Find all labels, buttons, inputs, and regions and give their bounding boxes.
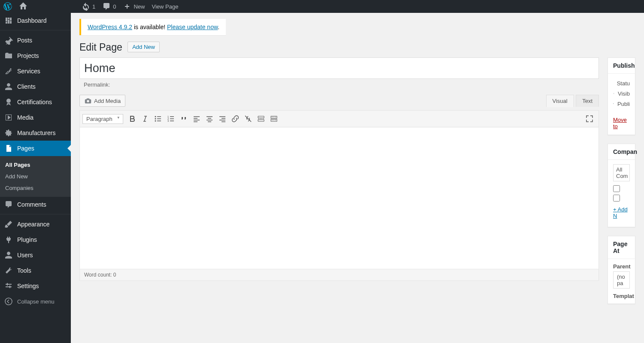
add-new-button[interactable]: Add New: [128, 42, 160, 52]
updates-link[interactable]: 1: [78, 0, 99, 13]
company-checkbox[interactable]: [613, 195, 620, 202]
new-content-menu[interactable]: New: [119, 0, 148, 13]
site-home-link[interactable]: [15, 0, 31, 13]
published-row: Publi: [613, 99, 630, 109]
svg-point-3: [155, 120, 156, 122]
toolbar-toggle-button[interactable]: [267, 112, 280, 125]
main-content: WordPress 4.9.2 is available! Please upd…: [71, 13, 644, 313]
admin-sidebar: Dashboard Posts Projects Services Client…: [0, 13, 71, 313]
companies-tab-all[interactable]: All Com: [613, 164, 630, 181]
wordpress-icon: [3, 2, 12, 11]
unlink-button[interactable]: [242, 112, 255, 125]
submenu-add-new[interactable]: Add New: [0, 171, 71, 182]
submenu-companies[interactable]: Companies: [0, 182, 71, 194]
sidebar-item-projects[interactable]: Projects: [0, 48, 71, 63]
read-more-button[interactable]: [255, 112, 267, 125]
add-media-label: Add Media: [94, 98, 121, 104]
sidebar-item-label: Tools: [17, 267, 31, 274]
sidebar-item-plugins[interactable]: Plugins: [0, 232, 71, 247]
view-page-link[interactable]: View Page: [148, 0, 182, 13]
media-icon: [4, 113, 13, 122]
blockquote-button[interactable]: [177, 112, 190, 125]
wp-logo-menu[interactable]: [0, 0, 15, 13]
collapse-menu-button[interactable]: Collapse menu: [0, 294, 71, 309]
sidebar-item-tools[interactable]: Tools: [0, 263, 71, 278]
wp-version-link[interactable]: WordPress 4.9.2: [88, 24, 132, 30]
svg-point-2: [155, 118, 156, 120]
add-new-company-link[interactable]: + Add N: [613, 203, 630, 223]
update-now-link[interactable]: Please update now: [167, 24, 218, 30]
sidebar-item-clients[interactable]: Clients: [0, 79, 71, 94]
comment-icon: [102, 2, 111, 11]
sidebar-submenu-pages: All Pages Add New Companies: [0, 156, 71, 197]
key-icon: [613, 80, 614, 87]
comments-link[interactable]: 0: [99, 0, 119, 13]
align-left-button[interactable]: [190, 112, 203, 125]
parent-label: Parent: [613, 263, 630, 270]
sidebar-item-appearance[interactable]: Appearance: [0, 217, 71, 232]
company-option[interactable]: [613, 184, 630, 193]
plus-icon: [123, 2, 131, 11]
move-to-trash-link[interactable]: Move to: [608, 113, 635, 135]
svg-text:3: 3: [167, 120, 169, 122]
editor-tabs: Visual Text: [546, 95, 599, 107]
view-page-label: View Page: [152, 3, 178, 10]
home-icon: [19, 2, 27, 11]
side-metaboxes: Publish Statu Visib Publi: [608, 57, 635, 313]
parent-select[interactable]: (no pa: [613, 271, 630, 289]
sidebar-item-media[interactable]: Media: [0, 110, 71, 125]
tools-icon: [4, 67, 13, 75]
sidebar-item-manufacturers[interactable]: Manufacturers: [0, 125, 71, 141]
portfolio-icon: [4, 51, 13, 60]
award-icon: [4, 98, 13, 106]
gear-icon: [4, 129, 13, 137]
bold-button[interactable]: [126, 112, 139, 125]
svg-point-1: [155, 116, 156, 117]
align-right-icon: [218, 114, 227, 123]
bullet-list-button[interactable]: [152, 112, 164, 125]
italic-icon: [141, 114, 149, 123]
tab-visual[interactable]: Visual: [546, 95, 574, 107]
company-option[interactable]: [613, 193, 630, 203]
sidebar-item-certifications[interactable]: Certifications: [0, 94, 71, 110]
add-media-button[interactable]: Add Media: [79, 95, 125, 107]
publish-metabox: Publish Statu Visib Publi: [608, 57, 635, 135]
format-selector[interactable]: Paragraph: [82, 114, 123, 124]
svg-rect-11: [613, 103, 614, 104]
sidebar-item-settings[interactable]: Settings: [0, 278, 71, 294]
svg-point-10: [614, 93, 614, 94]
company-checkbox[interactable]: [613, 185, 620, 192]
template-label: Templat: [613, 293, 630, 299]
page-title-input[interactable]: [79, 57, 599, 79]
sidebar-item-services[interactable]: Services: [0, 63, 71, 79]
published-label: Publi: [617, 101, 630, 107]
sidebar-item-pages[interactable]: Pages: [0, 141, 71, 156]
link-button[interactable]: [229, 112, 242, 125]
sidebar-item-label: Media: [17, 114, 33, 121]
sidebar-item-comments[interactable]: Comments: [0, 197, 71, 212]
editor-container: Paragraph 123: [79, 110, 599, 281]
sidebar-item-users[interactable]: Users: [0, 247, 71, 263]
menu-separator: [0, 28, 71, 30]
align-left-icon: [192, 114, 201, 123]
sidebar-item-posts[interactable]: Posts: [0, 33, 71, 48]
sidebar-item-dashboard[interactable]: Dashboard: [0, 13, 71, 28]
readmore-icon: [257, 114, 265, 123]
sidebar-item-label: Certifications: [17, 99, 52, 105]
sidebar-item-label: Clients: [17, 83, 36, 90]
number-list-button[interactable]: 123: [164, 112, 177, 125]
notice-text: is available!: [132, 24, 167, 30]
align-right-button[interactable]: [216, 112, 229, 125]
update-icon: [82, 2, 90, 11]
content-editor[interactable]: [80, 127, 598, 269]
companies-title: Compan: [608, 144, 635, 160]
unlink-icon: [244, 114, 252, 123]
fullscreen-button[interactable]: [583, 112, 596, 125]
collapse-icon: [4, 297, 13, 306]
submenu-all-pages[interactable]: All Pages: [0, 159, 71, 171]
tab-text[interactable]: Text: [576, 95, 599, 107]
italic-button[interactable]: [139, 112, 152, 125]
wrench-icon: [4, 266, 13, 275]
editor-status-bar: Word count: 0: [80, 269, 598, 280]
align-center-button[interactable]: [203, 112, 216, 125]
